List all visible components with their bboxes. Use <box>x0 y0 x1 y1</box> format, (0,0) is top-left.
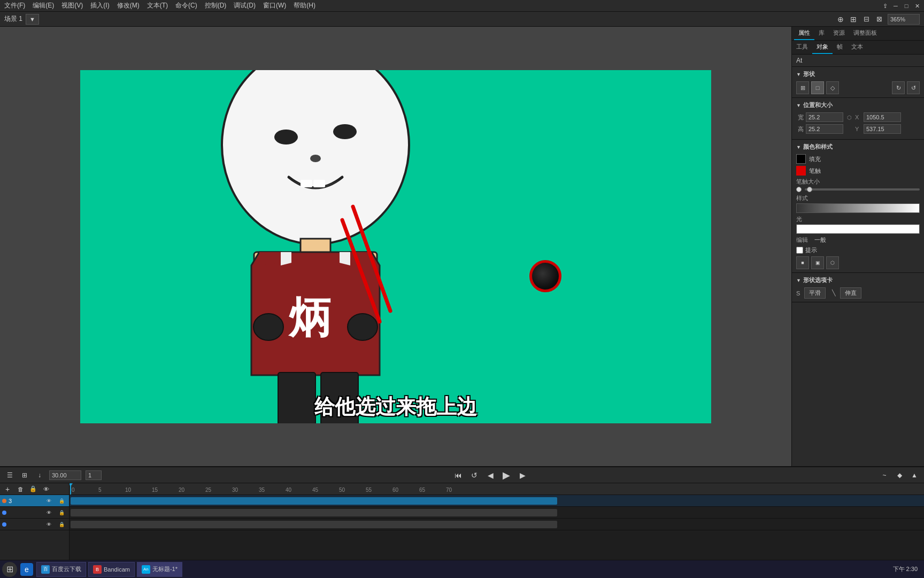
animate-icon: An <box>142 565 150 574</box>
y-input[interactable] <box>864 124 901 134</box>
taskbar-btn-animate[interactable]: An 无标题-1* <box>137 562 182 577</box>
menu-insert[interactable]: 插入(I) <box>90 1 109 10</box>
select-icon[interactable]: □ <box>811 81 824 94</box>
canvas-viewport: 炳 给他选过来拖上边 <box>80 70 711 423</box>
new-frame-icon[interactable]: ⊞ <box>19 470 30 481</box>
delete-layer-btn[interactable]: 🗑 <box>15 484 26 495</box>
color-section-header[interactable]: ▼ 颜色和样式 <box>796 143 920 151</box>
zoom-input[interactable] <box>888 14 920 25</box>
snap-icon[interactable]: ⊕ <box>835 14 846 25</box>
anchor-icon[interactable]: ⊞ <box>796 81 809 94</box>
color-mode-3-icon[interactable]: ⬡ <box>826 256 839 269</box>
height-input[interactable] <box>806 124 843 134</box>
new-layer-icon[interactable]: ☰ <box>4 470 15 481</box>
share-icon[interactable]: ⇪ <box>880 1 890 11</box>
svg-text:25: 25 <box>205 487 212 493</box>
grid-icon[interactable]: ⊟ <box>861 14 872 25</box>
menu-file[interactable]: 文件(F) <box>4 1 25 10</box>
keyframe-bar-3[interactable] <box>71 521 557 528</box>
start-icon[interactable]: ⊞ <box>2 562 17 577</box>
frame-num-input[interactable] <box>86 470 102 480</box>
timeline-area: ☰ ⊞ ↓ ⏮ ↺ ◀ ▶ ▶ ~ ◆ ▲ + 🗑 🔒 👁 <box>0 466 924 560</box>
eye-all-btn[interactable]: 👁 <box>41 484 51 495</box>
close-icon[interactable]: ✕ <box>912 1 922 11</box>
style-gradient-bar[interactable] <box>796 203 920 213</box>
layer-lock-2[interactable]: 🔒 <box>56 507 67 518</box>
fps-input[interactable] <box>49 470 81 480</box>
layer-lock-1[interactable]: 🔒 <box>56 496 67 506</box>
camera-icon[interactable]: ⊠ <box>874 14 884 25</box>
position-section-header[interactable]: ▼ 位置和大小 <box>796 101 920 109</box>
layer-row-1[interactable]: 3 👁 🔒 <box>0 495 69 507</box>
shape-section-header[interactable]: ▼ 形状 <box>796 70 920 78</box>
scene-dropdown[interactable]: ▼ <box>26 14 39 25</box>
subtab-text[interactable]: 文本 <box>847 41 867 54</box>
hint-checkbox[interactable] <box>796 247 803 254</box>
menu-window[interactable]: 窗口(W) <box>263 1 286 10</box>
menu-command[interactable]: 命令(C) <box>175 1 197 10</box>
stroke-size-slider[interactable] <box>805 188 920 191</box>
menu-control[interactable]: 控制(D) <box>205 1 227 10</box>
maximize-icon[interactable]: □ <box>902 1 911 11</box>
tab-assets[interactable]: 资源 <box>829 27 849 40</box>
rotate-cw-icon[interactable]: ↻ <box>892 81 905 94</box>
layer-row-2[interactable]: 👁 🔒 <box>0 507 69 519</box>
menu-text[interactable]: 文本(T) <box>147 1 168 10</box>
layer-eye-1[interactable]: 👁 <box>43 496 54 506</box>
svg-text:55: 55 <box>366 487 372 493</box>
flat-button[interactable]: 平滑 <box>804 287 826 299</box>
taskbar-btn-baidu[interactable]: 百 百度云下载 <box>36 562 86 577</box>
subtab-object[interactable]: 对象 <box>812 41 833 54</box>
subtab-frame[interactable]: 帧 <box>833 41 847 54</box>
subtab-tool[interactable]: 工具 <box>792 41 812 54</box>
svg-rect-13 <box>321 372 358 423</box>
x-input[interactable] <box>864 112 901 122</box>
tab-properties[interactable]: 属性 <box>794 27 814 40</box>
toolbar-row: 场景 1 ▼ ⊕ ⊞ ⊟ ⊠ <box>0 12 924 27</box>
shape-options-header[interactable]: ▼ 形状选项卡 <box>796 276 920 284</box>
rotate-ccw-icon[interactable]: ↺ <box>907 81 920 94</box>
lock-all-btn[interactable]: 🔒 <box>28 484 38 495</box>
minimize-icon[interactable]: ─ <box>891 1 900 11</box>
svg-text:20: 20 <box>179 487 185 493</box>
color-mode-1-icon[interactable]: ■ <box>796 256 809 269</box>
link-icon[interactable]: ⬡ <box>845 113 853 121</box>
ease-icon[interactable]: ~ <box>879 470 890 481</box>
layer-eye-2[interactable]: 👁 <box>43 507 54 518</box>
freeform-icon[interactable]: ◇ <box>826 81 839 94</box>
light-bar[interactable] <box>796 224 920 234</box>
next-frame-button[interactable]: ▶ <box>516 469 529 482</box>
stroke-swatch[interactable] <box>796 166 806 176</box>
play-button[interactable]: ▶ <box>500 469 513 482</box>
menu-help[interactable]: 帮助(H) <box>294 1 315 10</box>
width-input[interactable] <box>806 112 843 122</box>
menu-modify[interactable]: 修改(M) <box>117 1 140 10</box>
prev-frame-button[interactable]: ◀ <box>484 469 497 482</box>
marker-icon[interactable]: ◆ <box>894 470 905 481</box>
tab-adjust[interactable]: 调整面板 <box>849 27 881 40</box>
color-mode-2-icon[interactable]: ▣ <box>811 256 824 269</box>
taskbar-btn-bandicam[interactable]: B Bandicam <box>88 562 135 577</box>
menu-edit[interactable]: 编辑(E) <box>33 1 54 10</box>
tab-library[interactable]: 库 <box>814 27 829 40</box>
layer-color-3 <box>2 522 6 527</box>
keyframe-bar-1[interactable] <box>71 497 557 505</box>
straight-button[interactable]: 伸直 <box>840 287 861 299</box>
menu-view[interactable]: 视图(V) <box>61 1 83 10</box>
taskbar: ⊞ e 百 百度云下载 B Bandicam An 无标题-1* 下午 2:30 <box>0 560 924 578</box>
loop-button[interactable]: ↺ <box>468 469 481 482</box>
magnet-icon[interactable]: ⊞ <box>848 14 859 25</box>
layer-lock-3[interactable]: 🔒 <box>56 519 67 530</box>
add-icon[interactable]: ▲ <box>909 470 920 481</box>
keyframe-bar-2[interactable] <box>71 509 557 516</box>
layer-eye-3[interactable]: 👁 <box>43 519 54 530</box>
layer-row-3[interactable]: 👁 🔒 <box>0 519 69 530</box>
add-layer-btn[interactable]: + <box>2 484 13 495</box>
style-label-row: 样式 <box>796 194 920 202</box>
menu-debug[interactable]: 调试(D) <box>234 1 256 10</box>
step-back-button[interactable]: ⏮ <box>452 469 465 482</box>
delete-frame-icon[interactable]: ↓ <box>34 470 45 481</box>
blend-value: 一般 <box>814 236 826 244</box>
fill-swatch[interactable] <box>796 154 806 164</box>
edge-icon[interactable]: e <box>20 563 33 576</box>
